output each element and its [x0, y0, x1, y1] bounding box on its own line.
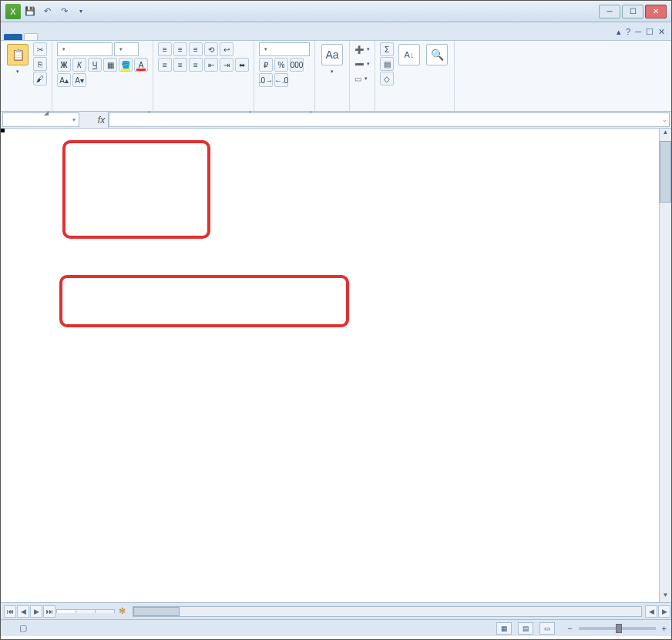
paste-button[interactable]: 📋 ▾ [5, 42, 30, 76]
zoom-thumb[interactable] [616, 624, 622, 633]
format-cells-button[interactable]: ▭▾ [354, 72, 368, 85]
grid[interactable]: ▲ ▼ [1, 129, 671, 602]
group-clipboard-label: ◢ [5, 108, 47, 111]
new-sheet-icon[interactable]: ✻ [114, 606, 129, 616]
prev-sheet-icon[interactable]: ◀ [17, 605, 29, 618]
underline-icon[interactable]: Ч [88, 58, 102, 72]
align-bottom-icon[interactable]: ≡ [189, 42, 203, 56]
redo-icon[interactable]: ↷ [56, 4, 72, 19]
doc-restore-icon[interactable]: ☐ [646, 27, 654, 37]
autosum-icon[interactable]: Σ [380, 42, 394, 56]
cut-icon[interactable]: ✂ [33, 42, 47, 56]
insert-cells-button[interactable]: ➕▾ [354, 42, 370, 56]
maximize-button[interactable]: ☐ [622, 5, 643, 18]
zoom-in-icon[interactable]: + [662, 624, 667, 633]
delete-cells-button[interactable]: ➖▾ [354, 57, 370, 71]
merge-icon[interactable]: ⬌ [235, 58, 249, 72]
scroll-right-icon[interactable]: ▶ [658, 605, 670, 618]
chevron-down-icon[interactable]: ▾ [72, 116, 76, 123]
fx-icon[interactable]: fx [95, 112, 109, 128]
qat: X 💾 ↶ ↷ ▾ [5, 4, 89, 19]
font-name-combo[interactable]: ▾ [57, 42, 113, 56]
zoom-out-icon[interactable]: − [567, 624, 572, 633]
wrap-text-icon[interactable]: ↩ [220, 42, 234, 56]
styles-button[interactable]: Aa ▾ [320, 42, 344, 76]
clear-icon[interactable]: ◇ [380, 72, 394, 85]
fill-color-icon[interactable]: 🪣 [119, 58, 133, 72]
increase-font-icon[interactable]: A▴ [57, 73, 71, 87]
find-select-button[interactable]: 🔍 [425, 42, 449, 69]
help-icon[interactable]: ? [626, 27, 630, 37]
horizontal-scrollbar[interactable] [133, 606, 642, 617]
scroll-thumb[interactable] [133, 607, 180, 616]
tab-abbyy[interactable] [163, 33, 176, 40]
scroll-down-icon[interactable]: ▼ [660, 591, 671, 602]
tab-home[interactable] [24, 33, 38, 40]
vertical-scrollbar[interactable]: ▲ ▼ [659, 129, 671, 602]
tab-view[interactable] [107, 33, 121, 40]
percent-icon[interactable]: % [274, 58, 288, 72]
sheet-tab-2[interactable] [76, 609, 96, 613]
tab-layout[interactable] [52, 33, 66, 40]
scroll-left-icon[interactable]: ◀ [645, 605, 657, 618]
align-right-icon[interactable]: ≡ [189, 58, 203, 72]
scroll-up-icon[interactable]: ▲ [660, 129, 671, 139]
bold-icon[interactable]: Ж [57, 58, 71, 72]
tab-data[interactable] [79, 33, 93, 40]
name-box[interactable]: ▾ [2, 112, 79, 127]
increase-decimal-icon[interactable]: .0→ [259, 73, 273, 87]
number-format-combo[interactable]: ▾ [259, 42, 310, 56]
doc-close-icon[interactable]: ✕ [658, 27, 665, 37]
decrease-font-icon[interactable]: A▾ [72, 73, 86, 87]
minimize-button[interactable]: ─ [599, 5, 620, 18]
align-center-icon[interactable]: ≡ [173, 58, 187, 72]
save-icon[interactable]: 💾 [22, 4, 38, 19]
first-sheet-icon[interactable]: ⏮ [4, 605, 16, 618]
italic-icon[interactable]: К [72, 58, 86, 72]
tab-developer[interactable] [121, 33, 135, 40]
increase-indent-icon[interactable]: ⇥ [220, 58, 234, 72]
orientation-icon[interactable]: ⟲ [204, 42, 218, 56]
file-tab[interactable] [4, 34, 22, 40]
cancel-formula-icon[interactable] [81, 112, 95, 128]
align-middle-icon[interactable]: ≡ [173, 42, 187, 56]
copy-icon[interactable]: ⎘ [33, 57, 47, 71]
align-top-icon[interactable]: ≡ [158, 42, 172, 56]
sort-filter-button[interactable]: A↓ [397, 42, 422, 69]
launcher-icon[interactable]: ◢ [44, 109, 49, 116]
fill-handle[interactable] [1, 129, 5, 132]
status-record-icon[interactable]: ▢ [19, 623, 27, 633]
scroll-thumb[interactable] [660, 141, 671, 203]
tab-foxit[interactable] [149, 33, 163, 40]
sheet-tab-3[interactable] [95, 609, 115, 613]
expand-formula-icon[interactable]: ⌄ [662, 116, 667, 123]
tab-addins[interactable] [135, 33, 149, 40]
minimize-ribbon-icon[interactable]: ▴ [617, 27, 621, 37]
formula-bar[interactable]: ⌄ [109, 112, 670, 127]
border-icon[interactable]: ▦ [103, 58, 117, 72]
ribbon-tabs: ▴ ? ─ ☐ ✕ [1, 22, 671, 41]
format-painter-icon[interactable]: 🖌 [33, 72, 47, 85]
font-color-icon[interactable]: A [134, 58, 148, 72]
page-layout-view-icon[interactable]: ▤ [518, 622, 533, 635]
last-sheet-icon[interactable]: ⏭ [43, 605, 55, 618]
tab-insert[interactable] [38, 33, 52, 40]
next-sheet-icon[interactable]: ▶ [30, 605, 42, 618]
align-left-icon[interactable]: ≡ [158, 58, 172, 72]
qat-dropdown-icon[interactable]: ▾ [73, 4, 89, 19]
fill-icon[interactable]: ▤ [380, 57, 394, 71]
doc-minimize-icon[interactable]: ─ [635, 27, 641, 37]
normal-view-icon[interactable]: ▦ [496, 622, 512, 635]
close-button[interactable]: ✕ [645, 5, 667, 18]
sheet-tab-1[interactable] [56, 609, 76, 613]
decrease-decimal-icon[interactable]: ←.0 [274, 73, 288, 87]
currency-icon[interactable]: ₽ [259, 58, 273, 72]
zoom-slider[interactable] [579, 627, 656, 630]
tab-review[interactable] [93, 33, 107, 40]
decrease-indent-icon[interactable]: ⇤ [204, 58, 218, 72]
comma-icon[interactable]: 000 [290, 58, 304, 72]
font-size-combo[interactable]: ▾ [114, 42, 139, 56]
page-break-view-icon[interactable]: ▭ [539, 622, 555, 635]
tab-formulas[interactable] [66, 33, 79, 40]
undo-icon[interactable]: ↶ [39, 4, 55, 19]
